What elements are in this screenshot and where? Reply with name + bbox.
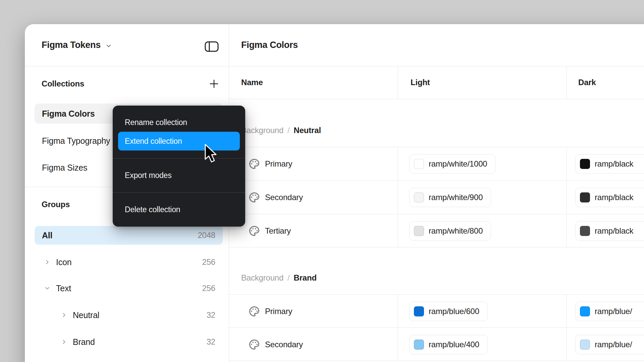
plus-icon [209,79,219,89]
column-divider [398,294,398,361]
group-name: Neutral [294,126,321,135]
token-value: ramp/white/900 [429,193,483,202]
palette-icon [248,158,260,170]
color-swatch [580,306,590,316]
chevron-right-icon[interactable] [61,312,67,318]
color-swatch [580,192,590,202]
section-divider [229,361,644,361]
groups-header: Groups [42,195,70,214]
toggle-sidebar-button[interactable] [203,40,221,54]
group-label: Neutral [73,310,99,320]
palette-icon [248,191,260,203]
token-name: Primary [265,295,292,328]
chevron-right-icon[interactable] [44,259,51,265]
breadcrumb-separator: / [287,126,289,135]
token-chip-dark[interactable]: ramp/black [575,188,644,207]
table-header-divider [229,99,644,99]
group-count: 32 [207,337,215,347]
palette-icon [248,339,260,351]
token-value: ramp/black [595,226,633,236]
token-value: ramp/black [595,193,633,202]
column-header-dark[interactable]: Dark [578,66,596,99]
token-name: Primary [265,147,292,181]
group-breadcrumb: Background / Brand [241,270,317,285]
chevron-down-icon[interactable] [44,285,51,292]
menu-item-extend-collection[interactable]: Extend collection [118,132,240,150]
sidebar-panel-icon [205,41,219,52]
group-label: Brand [73,337,95,347]
column-divider [398,66,398,99]
group-count: 256 [202,284,215,293]
color-swatch [414,192,424,202]
header-divider [25,66,644,66]
token-value: ramp/white/800 [429,226,483,236]
token-value: ramp/blue/600 [429,307,479,316]
token-chip-light[interactable]: ramp/white/900 [409,188,491,207]
color-swatch [580,226,590,236]
token-chip-light[interactable]: ramp/blue/400 [409,335,488,354]
palette-icon [248,225,260,237]
sidebar-group-neutral[interactable]: Neutral 32 [35,306,223,324]
group-count: 32 [207,310,215,320]
token-name: Secondary [265,181,303,214]
sidebar-group-icon[interactable]: Icon 256 [35,253,223,272]
color-swatch [580,159,590,169]
color-swatch [580,340,590,350]
token-value: ramp/blue/ [595,307,632,316]
color-swatch [414,159,424,169]
palette-icon [248,305,260,317]
collection-label: Figma Typography [42,136,110,146]
sidebar-group-text[interactable]: Text 256 [35,279,223,298]
sidebar-group-all[interactable]: All 2048 [35,226,223,245]
column-divider [567,294,567,361]
token-chip-dark[interactable]: ramp/blue/ [575,302,644,321]
menu-section: Export modes [113,158,245,192]
group-label: Icon [56,257,71,267]
menu-item-delete-collection[interactable]: Delete collection [118,200,240,219]
table-row[interactable]: Primary ramp/white/1000 ramp/black [229,147,644,181]
breadcrumb-separator: / [287,273,289,283]
table-row[interactable]: Primary ramp/blue/600 ramp/blue/ [229,294,644,328]
token-chip-light[interactable]: ramp/white/1000 [409,154,495,174]
token-chip-dark[interactable]: ramp/black [575,154,644,174]
collection-label: Figma Sizes [42,163,87,173]
token-value: ramp/black [595,159,633,169]
group-parent: Background [241,273,283,283]
column-header-light[interactable]: Light [411,66,430,99]
token-chip-dark[interactable]: ramp/blue/ [575,335,644,354]
chevron-down-icon [105,43,112,49]
group-count: 2048 [198,231,215,240]
column-header-name: Name [241,66,263,99]
token-chip-light[interactable]: ramp/blue/600 [409,302,488,321]
desktop-background: { "sidebar": { "title": "Figma Tokens", … [0,0,644,362]
color-swatch [414,306,424,316]
table-row[interactable]: Secondary ramp/white/900 ramp/black [229,180,644,214]
group-name: Brand [294,273,317,283]
mouse-cursor-icon [204,144,218,164]
chevron-right-icon[interactable] [61,339,67,345]
color-swatch [414,340,424,350]
menu-section: Delete collection [113,192,245,227]
column-divider [567,147,567,247]
sidebar-group-brand[interactable]: Brand 32 [35,333,223,351]
group-label: All [42,231,52,240]
token-name: Secondary [265,328,303,361]
token-chip-dark[interactable]: ramp/black [575,221,644,241]
add-collection-button[interactable] [207,77,221,90]
group-breadcrumb: Background / Neutral [241,123,321,138]
table-row[interactable]: Secondary ramp/blue/400 ramp/blue/ [229,327,644,361]
token-value: ramp/white/1000 [429,159,487,169]
token-chip-light[interactable]: ramp/white/800 [409,221,491,241]
menu-section: Rename collection Extend collection [113,106,245,158]
menu-item-export-modes[interactable]: Export modes [118,166,240,185]
table-row[interactable]: Tertiary ramp/white/800 ramp/black [229,214,644,248]
section-divider [229,247,644,247]
column-divider [398,147,398,247]
page-title: Figma Colors [241,24,298,66]
group-count: 256 [202,257,215,267]
column-divider [567,66,567,99]
window-title-dropdown[interactable]: Figma Tokens [42,24,112,66]
menu-item-rename-collection[interactable]: Rename collection [118,113,240,132]
color-swatch [414,226,424,236]
window-title: Figma Tokens [42,40,101,50]
